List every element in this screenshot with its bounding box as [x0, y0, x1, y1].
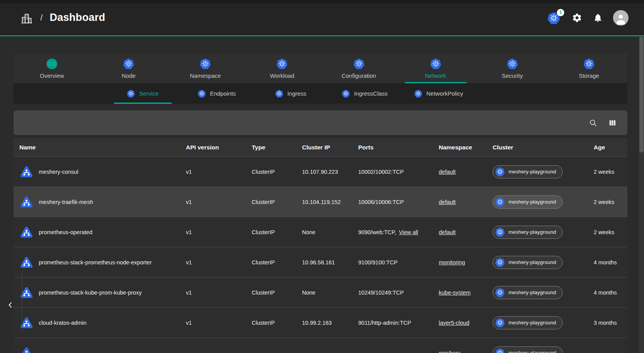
col-header-name[interactable]: Name	[14, 144, 186, 151]
table-row[interactable]: meshery-traefik-mesh v1 ClusterIP 10.104…	[14, 187, 627, 217]
app-header: / Dashboard 1	[0, 0, 644, 35]
kubernetes-icon	[353, 58, 365, 70]
col-header-type[interactable]: Type	[252, 144, 302, 151]
drawer-collapse-handle[interactable]	[4, 297, 17, 313]
cluster-name: meshery-playground	[508, 290, 556, 295]
tab-label: Storage	[579, 72, 599, 79]
service-type: ClusterIP	[252, 229, 302, 235]
breadcrumb-separator: /	[40, 13, 43, 23]
tab-storage[interactable]: Storage	[551, 53, 627, 83]
cluster-name: meshery-playground	[508, 229, 556, 235]
tab-network[interactable]: Network	[397, 53, 474, 83]
table-row[interactable]: cloud-kratos-admin v1 ClusterIP 10.99.2.…	[14, 307, 627, 338]
service-resource-icon	[19, 285, 34, 300]
table-row[interactable]: prometheus-stack-prometheus-node-exporte…	[14, 247, 627, 277]
organization-icon[interactable]	[20, 11, 33, 24]
col-header-cluster[interactable]: Cluster	[493, 144, 594, 151]
cluster-ip: None	[302, 229, 358, 235]
subtab-endpoints[interactable]: Endpoints	[180, 83, 254, 104]
age-value: 4 months	[594, 290, 627, 296]
service-resource-icon	[19, 315, 34, 331]
age-value: 2 weeks	[594, 199, 627, 205]
ports-value: 10249/10249:TCP	[358, 290, 404, 296]
col-header-namespace[interactable]: Namespace	[439, 144, 493, 151]
cluster-chip[interactable]: meshery-playground	[493, 256, 563, 269]
api-version: v1	[186, 169, 252, 175]
age-value: 2 weeks	[594, 169, 627, 175]
ports-value: 10002/10002:TCP	[358, 169, 404, 175]
cluster-ip: 10.104.119.152	[302, 199, 358, 205]
subtab-service[interactable]: Service	[106, 83, 180, 104]
namespace-link[interactable]: default	[439, 199, 456, 205]
table-row[interactable]: prometheus-stack-kube-prom-kube-proxy v1…	[14, 277, 627, 307]
service-name: prometheus-stack-kube-prom-kube-proxy	[39, 290, 142, 296]
table-row[interactable]: prometheus-operated v1 ClusterIP None 90…	[14, 217, 627, 247]
network-subtabs: Service Endpoints Ingress IngressClass N…	[14, 83, 627, 104]
tab-configuration[interactable]: Configuration	[321, 53, 397, 83]
person-icon	[614, 12, 627, 25]
subtab-ingress[interactable]: Ingress	[254, 83, 328, 104]
scrollbar-thumb[interactable]	[639, 36, 644, 153]
search-button[interactable]	[587, 117, 599, 129]
header-actions: 1	[547, 10, 629, 26]
kubernetes-icon	[495, 257, 505, 267]
subtab-label: IngressClass	[354, 90, 388, 97]
user-avatar[interactable]	[613, 10, 629, 26]
cluster-name: meshery-playground	[508, 350, 556, 353]
drawer-divider	[22, 271, 22, 332]
service-name: cloud-kratos-admin	[39, 320, 86, 326]
table-row[interactable]: meshery meshery-playground	[14, 338, 627, 353]
cluster-chip[interactable]: meshery-playground	[493, 286, 563, 299]
namespace-link[interactable]: kube-system	[439, 290, 471, 296]
kubernetes-icon	[199, 58, 211, 70]
kubernetes-icon	[127, 89, 135, 98]
kubernetes-icon	[495, 227, 505, 237]
service-name: prometheus-stack-prometheus-node-exporte…	[39, 259, 152, 266]
kubernetes-icon	[507, 58, 518, 70]
age-value: 4 months	[594, 259, 627, 266]
cluster-ip: 10.99.2.163	[302, 320, 358, 326]
column-visibility-button[interactable]	[606, 117, 618, 129]
cluster-chip[interactable]: meshery-playground	[493, 195, 563, 209]
view-all-link[interactable]: View all	[399, 229, 418, 235]
subtab-ingressclass[interactable]: IngressClass	[328, 83, 402, 104]
service-type: ClusterIP	[252, 259, 302, 266]
cluster-chip[interactable]: meshery-playground	[493, 316, 563, 329]
namespace-link[interactable]: default	[439, 229, 456, 235]
context-count-badge: 1	[557, 9, 564, 16]
api-version: v1	[186, 199, 252, 205]
search-icon	[589, 118, 598, 127]
kubernetes-icon	[495, 318, 505, 328]
col-header-api-version[interactable]: API version	[186, 144, 252, 151]
service-resource-icon	[19, 345, 34, 353]
namespace-link[interactable]: meshery	[439, 350, 460, 353]
kubernetes-icon	[495, 348, 505, 353]
namespace-link[interactable]: monitoring	[439, 259, 465, 266]
col-header-cluster-ip[interactable]: Cluster IP	[302, 144, 358, 151]
cluster-chip[interactable]: meshery-playground	[493, 346, 563, 353]
cluster-chip[interactable]: meshery-playground	[493, 165, 563, 178]
cluster-name: meshery-playground	[508, 169, 556, 175]
tab-node[interactable]: Node	[90, 53, 167, 83]
tab-security[interactable]: Security	[474, 53, 551, 83]
subtab-networkpolicy[interactable]: NetworkPolicy	[402, 83, 476, 104]
service-name: prometheus-operated	[39, 229, 93, 235]
table-row[interactable]: meshery-consul v1 ClusterIP 10.107.90.22…	[14, 156, 627, 187]
settings-button[interactable]	[571, 12, 583, 24]
notifications-button[interactable]	[592, 12, 604, 24]
col-header-age[interactable]: Age	[594, 144, 627, 151]
tab-overview[interactable]: Overview	[14, 53, 90, 83]
api-version: v1	[186, 259, 252, 266]
cluster-ip: 10.96.58.161	[302, 259, 358, 266]
col-header-ports[interactable]: Ports	[358, 144, 439, 151]
tab-workload[interactable]: Workload	[244, 53, 320, 83]
header-divider	[0, 35, 644, 36]
kubernetes-context-button[interactable]: 1	[547, 10, 562, 25]
cluster-chip[interactable]: meshery-playground	[493, 226, 563, 239]
meshery-icon	[46, 58, 58, 70]
scrollbar[interactable]	[639, 36, 644, 353]
ports-value: 10006/10006:TCP	[358, 199, 404, 205]
tab-namespace[interactable]: Namespace	[167, 53, 244, 83]
namespace-link[interactable]: default	[439, 169, 456, 175]
namespace-link[interactable]: layer5-cloud	[439, 320, 469, 326]
